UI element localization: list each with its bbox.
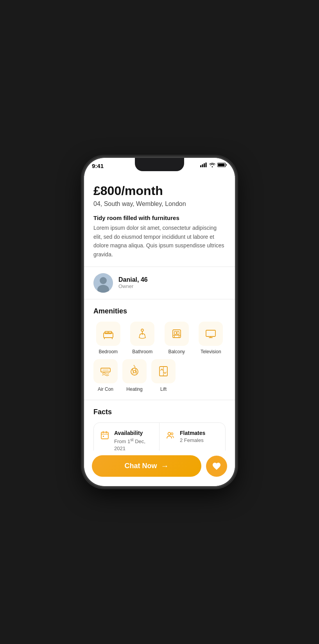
flatmates-title: Flatmates xyxy=(180,430,205,436)
lift-icon-box xyxy=(151,359,176,383)
amenity-television: Television xyxy=(196,322,226,354)
heating-label: Heating xyxy=(126,386,142,392)
amenity-bedroom: Bedroom xyxy=(93,322,123,354)
svg-rect-17 xyxy=(174,331,176,335)
chat-button-text: Chat Now xyxy=(125,462,157,470)
status-time: 9:41 xyxy=(92,163,104,169)
heart-icon xyxy=(212,462,221,471)
flatmates-icon xyxy=(166,431,175,442)
aircon-icon xyxy=(99,365,112,377)
lift-icon xyxy=(157,365,170,377)
svg-rect-1 xyxy=(202,165,203,168)
amenities-row-2: Air Con xyxy=(93,359,226,392)
svg-rect-18 xyxy=(177,331,179,335)
status-bar: 9:41 xyxy=(84,158,235,177)
owner-role: Owner xyxy=(118,283,148,289)
owner-name: Danial, 46 xyxy=(118,276,148,283)
lift-label: Lift xyxy=(160,386,167,392)
address: 04, South way, Wembley, London xyxy=(93,200,226,208)
svg-rect-16 xyxy=(173,330,181,338)
chat-now-button[interactable]: Chat Now → xyxy=(92,455,201,477)
bedroom-icon xyxy=(102,327,115,340)
scroll-content[interactable]: £800/month 04, South way, Wembley, Londo… xyxy=(84,177,235,486)
svg-point-37 xyxy=(171,433,173,435)
svg-point-15 xyxy=(141,329,143,331)
owner-row: Danial, 46 Owner xyxy=(93,267,226,299)
battery-icon xyxy=(217,163,227,167)
amenity-aircon: Air Con xyxy=(93,359,118,392)
description-text: Lorem ipsum dolor sit amet, consectetur … xyxy=(93,224,226,259)
amenity-balcony: Balcony xyxy=(162,322,192,354)
television-label: Television xyxy=(201,349,221,354)
chat-arrow-icon: → xyxy=(161,462,169,470)
svg-rect-3 xyxy=(206,163,207,167)
bottom-bar: Chat Now → xyxy=(84,451,235,486)
flatmates-value: 2 Females xyxy=(180,437,205,444)
bathroom-icon-box xyxy=(130,322,154,346)
svg-point-7 xyxy=(100,277,107,284)
heating-icon-box xyxy=(122,359,147,383)
bedroom-label: Bedroom xyxy=(99,349,118,354)
bedroom-icon-box xyxy=(96,322,120,346)
content-area: £800/month 04, South way, Wembley, Londo… xyxy=(84,177,235,486)
amenities-row-1: Bedroom xyxy=(93,322,226,354)
svg-rect-22 xyxy=(206,330,215,336)
heating-icon xyxy=(128,365,141,377)
availability-title: Availability xyxy=(114,430,153,436)
television-icon xyxy=(204,327,217,340)
notch-cutout xyxy=(135,158,184,171)
phone-frame: 9:41 xyxy=(83,157,236,487)
facts-title: Facts xyxy=(93,408,226,416)
description-title: Tidy room filled with furnitures xyxy=(93,215,226,221)
wifi-icon xyxy=(209,163,215,167)
amenities-section: Amenities xyxy=(93,299,226,392)
signal-icon xyxy=(200,163,207,167)
svg-rect-35 xyxy=(103,436,104,437)
svg-rect-0 xyxy=(200,165,201,167)
favorite-button[interactable] xyxy=(206,456,227,477)
svg-point-36 xyxy=(168,432,171,435)
balcony-icon xyxy=(170,327,183,340)
svg-rect-5 xyxy=(218,164,225,166)
bathroom-icon xyxy=(136,327,149,340)
bathroom-label: Bathroom xyxy=(132,349,152,354)
avatar xyxy=(93,273,113,293)
price: £800/month xyxy=(93,184,226,198)
svg-rect-31 xyxy=(101,432,108,439)
aircon-icon-box xyxy=(93,359,118,383)
amenity-bathroom: Bathroom xyxy=(128,322,158,354)
balcony-label: Balcony xyxy=(168,349,185,354)
svg-point-27 xyxy=(131,368,138,375)
television-icon-box xyxy=(199,322,223,346)
aircon-label: Air Con xyxy=(98,386,113,392)
availability-icon xyxy=(100,431,109,442)
balcony-icon-box xyxy=(165,322,189,346)
svg-point-28 xyxy=(133,370,136,373)
svg-rect-2 xyxy=(204,163,205,167)
amenity-lift: Lift xyxy=(151,359,176,392)
owner-info: Danial, 46 Owner xyxy=(118,276,148,289)
phone-inner: 9:41 xyxy=(84,158,235,486)
flatmates-info: Flatmates 2 Females xyxy=(180,430,205,444)
amenities-title: Amenities xyxy=(93,307,226,315)
status-icons xyxy=(200,163,227,167)
amenity-heating: Heating xyxy=(122,359,147,392)
